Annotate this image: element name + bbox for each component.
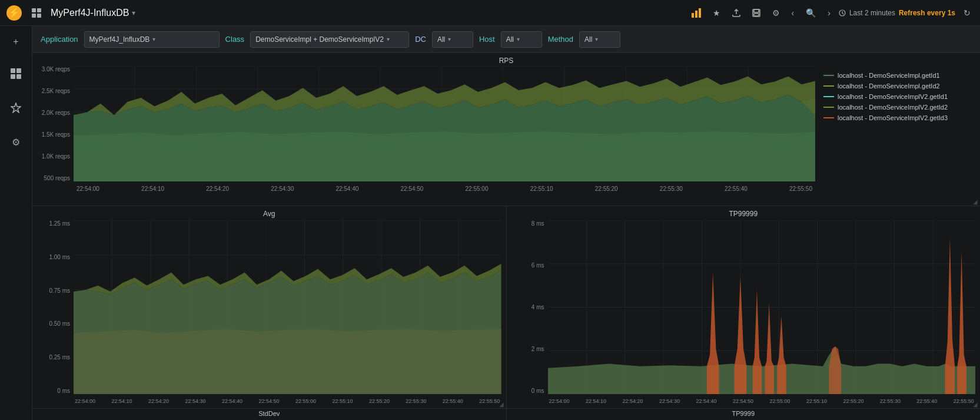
rps-legend: localhost - DemoServiceImpl.getId1 local… — [815, 66, 980, 196]
dc-label: DC — [415, 35, 426, 44]
legend-color-2 — [823, 85, 834, 87]
tp99999-resize-handle[interactable]: ◢ — [973, 401, 980, 408]
svg-rect-10 — [754, 9, 759, 12]
method-dropdown[interactable]: All ▾ — [579, 31, 620, 48]
svg-text:⚡: ⚡ — [8, 7, 20, 18]
save-button[interactable] — [749, 6, 764, 19]
svg-marker-75 — [734, 277, 746, 394]
tp99999-chart-svg — [548, 220, 976, 394]
avg-chart-svg — [74, 220, 501, 394]
sidebar-add-button[interactable]: + — [8, 32, 23, 52]
refresh-button[interactable]: ↻ — [960, 6, 974, 20]
title-chevron: ▾ — [132, 9, 135, 17]
tp99999-chart: TP99999 8 ms 6 ms 4 ms 2 ms 0 ms — [507, 206, 981, 408]
svg-marker-74 — [706, 273, 719, 395]
svg-rect-2 — [32, 8, 36, 12]
svg-marker-80 — [945, 238, 955, 395]
rps-y-axis: 3.0K reqps 2.5K reqps 2.0K reqps 1.5K re… — [32, 66, 74, 181]
app-switcher-button[interactable] — [28, 6, 45, 20]
refresh-label[interactable]: Refresh every 1s — [899, 9, 955, 17]
avg-chart: Avg 1.25 ms 1.00 ms 0.75 ms 0.50 ms 0.25… — [32, 206, 507, 408]
tp9999-title: TP9999 — [507, 409, 981, 420]
main-content: Application MyPerf4J_InfluxDB ▾ Class De… — [32, 26, 980, 420]
host-dropdown[interactable]: All ▾ — [501, 31, 542, 48]
stddev-title: StdDev — [32, 409, 507, 420]
legend-item-1: localhost - DemoServiceImpl.getId1 — [823, 72, 972, 79]
method-label: Method — [548, 35, 573, 44]
legend-color-5 — [823, 117, 834, 118]
zoom-out-button[interactable]: 🔍 — [802, 6, 819, 20]
svg-rect-15 — [11, 74, 15, 79]
svg-rect-7 — [695, 11, 697, 18]
rps-resize-handle[interactable]: ◢ — [973, 199, 980, 206]
svg-rect-16 — [16, 74, 21, 79]
svg-rect-11 — [754, 14, 759, 16]
legend-color-1 — [823, 75, 834, 76]
host-label: Host — [479, 35, 495, 44]
rps-x-axis: 22:54:00 22:54:10 22:54:20 22:54:30 22:5… — [74, 181, 815, 196]
class-dropdown[interactable]: DemoServiceImpl + DemoServiceImplV2 ▾ — [250, 31, 409, 48]
filter-bar: Application MyPerf4J_InfluxDB ▾ Class De… — [32, 26, 980, 53]
svg-marker-78 — [777, 316, 786, 394]
avg-x-axis: 22:54:00 22:54:10 22:54:20 22:54:30 22:5… — [74, 394, 501, 408]
svg-rect-8 — [699, 8, 701, 18]
host-chevron: ▾ — [517, 36, 520, 42]
avg-y-axis: 1.25 ms 1.00 ms 0.75 ms 0.50 ms 0.25 ms … — [32, 220, 74, 394]
rps-chart-container: RPS 3.0K reqps 2.5K reqps 2.0K reqps 1.5… — [32, 53, 980, 206]
third-row-titles: StdDev TP9999 — [32, 408, 980, 420]
dc-dropdown[interactable]: All ▾ — [432, 31, 473, 48]
svg-marker-81 — [957, 251, 966, 394]
clock-icon — [839, 9, 846, 16]
rps-chart-with-legend: 3.0K reqps 2.5K reqps 2.0K reqps 1.5K re… — [32, 66, 980, 196]
share-button[interactable] — [729, 6, 744, 19]
legend-color-4 — [823, 107, 834, 108]
svg-marker-37 — [74, 95, 815, 181]
time-range-label: Last 2 minutes — [849, 9, 895, 17]
bottom-charts-row: Avg 1.25 ms 1.00 ms 0.75 ms 0.50 ms 0.25… — [32, 206, 980, 408]
dc-chevron: ▾ — [448, 36, 451, 42]
tp99999-chart-title: TP99999 — [507, 210, 981, 218]
class-chevron: ▾ — [387, 36, 390, 42]
svg-marker-76 — [752, 290, 762, 394]
logo-icon: ⚡ — [6, 5, 22, 21]
visualization-button[interactable] — [688, 6, 705, 20]
star-button[interactable]: ★ — [709, 6, 724, 20]
svg-rect-3 — [37, 8, 41, 12]
rps-chart-title: RPS — [32, 57, 980, 65]
avg-resize-handle[interactable]: ◢ — [499, 401, 506, 408]
dashboard-title[interactable]: MyPerf4J-InfluxDB ▾ — [51, 8, 135, 18]
svg-marker-56 — [74, 271, 501, 394]
svg-rect-13 — [11, 68, 15, 73]
sidebar-settings-button[interactable]: ⚙ — [7, 132, 25, 153]
svg-rect-4 — [32, 14, 36, 18]
class-label: Class — [225, 34, 245, 45]
legend-item-5: localhost - DemoServiceImplV2.getId3 — [823, 114, 972, 121]
legend-color-3 — [823, 96, 834, 97]
forward-button[interactable]: › — [824, 6, 834, 20]
sidebar-alerts-button[interactable] — [6, 98, 26, 120]
tp99999-y-axis: 8 ms 6 ms 4 ms 2 ms 0 ms — [507, 220, 548, 394]
navbar-right: ★ ⚙ ‹ 🔍 › Last 2 minutes Refresh every 1… — [688, 6, 974, 20]
sidebar-dashboard-button[interactable] — [6, 64, 26, 86]
application-dropdown[interactable]: MyPerf4J_InfluxDB ▾ — [84, 31, 220, 48]
back-button[interactable]: ‹ — [788, 6, 798, 20]
legend-item-2: localhost - DemoServiceImpl.getId2 — [823, 82, 972, 90]
svg-rect-14 — [16, 68, 21, 73]
charts-area: RPS 3.0K reqps 2.5K reqps 2.0K reqps 1.5… — [32, 53, 980, 420]
time-range-info: Last 2 minutes Refresh every 1s — [839, 9, 955, 17]
settings-button[interactable]: ⚙ — [769, 6, 783, 20]
svg-marker-77 — [765, 303, 774, 394]
tp99999-x-axis: 22:54:00 22:54:10 22:54:20 22:54:30 22:5… — [548, 394, 976, 408]
avg-chart-title: Avg — [32, 210, 506, 218]
svg-rect-6 — [692, 13, 694, 18]
application-label: Application — [41, 34, 78, 45]
navbar: ⚡ MyPerf4J-InfluxDB ▾ ★ — [0, 0, 980, 26]
method-chevron: ▾ — [595, 36, 598, 42]
application-chevron: ▾ — [152, 36, 155, 42]
rps-chart-svg — [74, 66, 815, 181]
rps-chart-area: 3.0K reqps 2.5K reqps 2.0K reqps 1.5K re… — [32, 66, 815, 196]
svg-rect-5 — [37, 14, 41, 18]
legend-item-4: localhost - DemoServiceImplV2.getId2 — [823, 104, 972, 111]
navbar-left: ⚡ MyPerf4J-InfluxDB ▾ — [6, 5, 135, 21]
legend-item-3: localhost - DemoServiceImplV2.getId1 — [823, 93, 972, 100]
